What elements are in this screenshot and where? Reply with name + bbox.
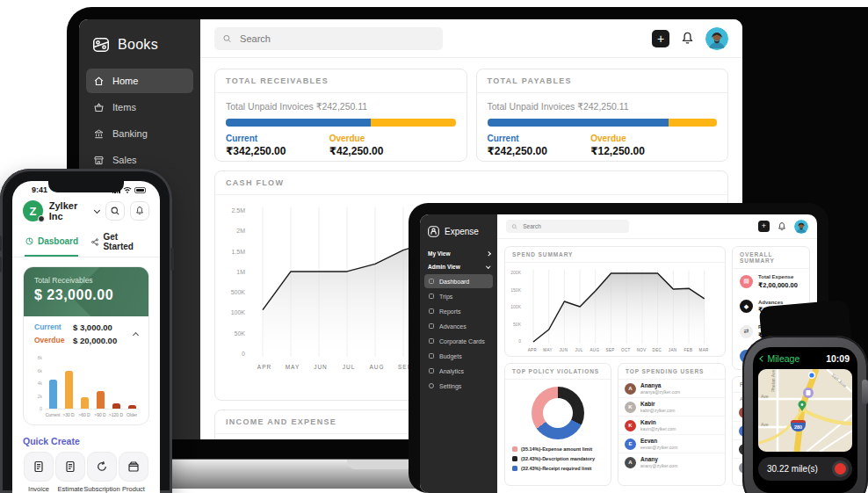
spend-summary-chart: 200K150K 100K50K 0 — [505, 263, 725, 345]
sidebar-item-trips[interactable]: Trips — [424, 289, 493, 303]
collapse-chevron-icon[interactable] — [133, 332, 139, 338]
tile-invoice[interactable]: Invoice — [23, 452, 54, 493]
tile-product[interactable]: Product — [118, 452, 149, 493]
avatar: K — [625, 420, 636, 431]
phone-notch — [48, 181, 124, 192]
user-row[interactable]: A Ananyaananya@zylker.com — [618, 380, 725, 398]
legend-label: (35.14%)-Expense amount limit — [521, 446, 592, 452]
overdue-label: Overdue — [329, 134, 433, 143]
watch-app-title: Mileage — [768, 353, 800, 364]
user-avatar[interactable] — [794, 220, 808, 234]
top-spending-users-card: TOP SPENDING USERS A Ananyaananya@zylker… — [618, 363, 726, 486]
books-app-name: Books — [118, 37, 158, 53]
user-avatar[interactable] — [705, 27, 728, 50]
overdue-label: Overdue — [34, 336, 73, 345]
avatar: A — [625, 383, 636, 395]
budgets-icon — [429, 353, 434, 359]
reimbursements-icon: ⇄ — [740, 325, 753, 338]
chevron-down-icon — [486, 264, 490, 268]
aging-y-axis: 8k6k 4k2k 0 — [33, 355, 45, 411]
dashboard-pie-icon — [25, 236, 34, 246]
user-name: Anany — [640, 456, 677, 462]
sidebar-item-reports[interactable]: Reports — [424, 304, 493, 318]
user-row[interactable]: K Kabirkabir@zylker.com — [618, 398, 725, 417]
search-box[interactable] — [506, 220, 629, 233]
aging-bar-chart: 8k6k 4k2k 0 Current>30 D >6 — [24, 350, 148, 424]
bell-icon[interactable] — [777, 221, 787, 232]
aging-bar — [81, 397, 89, 409]
sidebar-item-home[interactable]: Home — [86, 69, 193, 93]
zylker-logo-letter: Z — [29, 205, 36, 218]
card-title: TOP POLICY VIOLATIONS — [505, 364, 611, 380]
user-email: ananya@zylker.com — [640, 389, 680, 395]
overdue-value: ₹42,250.00 — [329, 145, 433, 157]
search-box[interactable] — [214, 27, 443, 50]
search-input[interactable] — [521, 222, 624, 230]
card-title: TOTAL PAYABLES — [477, 69, 728, 93]
phone-power-button[interactable] — [170, 248, 174, 271]
spend-area-chart — [524, 270, 712, 344]
group-admin-view[interactable]: Admin View — [420, 260, 497, 273]
tile-label: Estimate — [57, 485, 83, 493]
phone-screen: 9:41 Z Zylker Inc Dasboard Get Started — [12, 181, 160, 493]
zylker-logo-badge — [38, 215, 45, 222]
phone-volume-button[interactable] — [0, 257, 2, 272]
summary-row: ▤ Total Expense₹2,00,000.00 — [733, 269, 809, 294]
sidebar-item-dashboard[interactable]: Dashboard — [424, 274, 493, 288]
advances-icon — [429, 323, 434, 329]
sidebar-item-budgets[interactable]: Budgets — [424, 349, 493, 363]
cash-flow-y-axis: 2.5M2M 1.5M1M 500K100K 50K0 — [222, 207, 250, 357]
group-my-view[interactable]: My View — [420, 247, 497, 260]
tile-label: Invoice — [28, 485, 49, 493]
legend-item: (32.43%)-Description mandatory — [512, 456, 604, 461]
unpaid-invoices-text: Total Unpaid Invoices ₹242,250.11 — [226, 101, 456, 112]
user-email: kavin@zylker.com — [640, 426, 676, 431]
org-selector[interactable]: Zylker Inc — [49, 200, 99, 221]
phone-volume-button[interactable] — [0, 236, 2, 251]
sidebar-item-label: Advances — [439, 323, 467, 330]
add-new-button[interactable]: + — [652, 30, 669, 47]
mileage-back-link[interactable]: Mileage — [761, 353, 799, 364]
legend-item: (35.14%)-Expense amount limit — [512, 446, 604, 452]
sidebar-item-banking[interactable]: Banking — [86, 121, 193, 146]
sidebar-item-settings[interactable]: Settings — [424, 379, 493, 393]
sidebar-item-label: Trips — [439, 294, 452, 300]
phone-search-button[interactable] — [105, 201, 125, 221]
tab-get-started[interactable]: Get Started — [90, 228, 148, 257]
expense-logo-icon — [427, 225, 440, 238]
user-row[interactable]: E Eevaneevan@zylker.com — [618, 435, 725, 453]
sidebar-item-label: Settings — [439, 383, 461, 389]
card-title: OVERALL SUMMARY — [733, 247, 809, 269]
user-email: eevan@zylker.com — [640, 445, 677, 450]
group-label: Admin View — [428, 264, 460, 270]
spend-y-axis: 200K150K 100K50K 0 — [509, 270, 524, 344]
battery-icon — [134, 187, 146, 193]
watch-screen: Mileage 10:09 Phelan Ave Ave — [753, 347, 857, 493]
user-row[interactable]: A Ananyanany@zylker.com — [618, 453, 725, 471]
stop-record-button[interactable] — [832, 460, 849, 477]
street-label: Ave — [761, 422, 769, 427]
sidebar-item-analytics[interactable]: Analytics — [424, 364, 493, 378]
summary-label: Total Expense — [758, 274, 798, 279]
overdue-bar-segment — [669, 119, 717, 127]
phone-notifications-button[interactable] — [130, 201, 149, 221]
bell-icon[interactable] — [680, 31, 695, 46]
sidebar-item-advances[interactable]: Advances — [424, 319, 493, 333]
search-icon — [511, 223, 517, 230]
user-row[interactable]: K Kavinkavin@zylker.com — [618, 417, 725, 435]
add-new-button[interactable]: + — [758, 221, 770, 232]
payables-progress-bar — [488, 119, 718, 127]
sidebar-item-corporate-cards[interactable]: Corporate Cards — [424, 334, 493, 348]
card-title: CASH FLOW — [215, 171, 727, 195]
user-name: Kavin — [640, 419, 676, 425]
sidebar-item-items[interactable]: Items — [86, 95, 193, 120]
tile-estimate[interactable]: Estimate — [54, 452, 86, 493]
books-logo-icon — [91, 35, 111, 54]
search-input[interactable] — [238, 33, 435, 45]
legend-swatch — [512, 456, 517, 461]
watch-crown[interactable] — [862, 380, 868, 404]
tile-subscription[interactable]: Subscription — [86, 452, 118, 493]
watch-map[interactable]: Phelan Ave Ave Ave San Jose 280 — [758, 369, 852, 452]
tab-dashboard[interactable]: Dasboard — [25, 228, 78, 257]
shield-number: 280 — [794, 424, 802, 430]
